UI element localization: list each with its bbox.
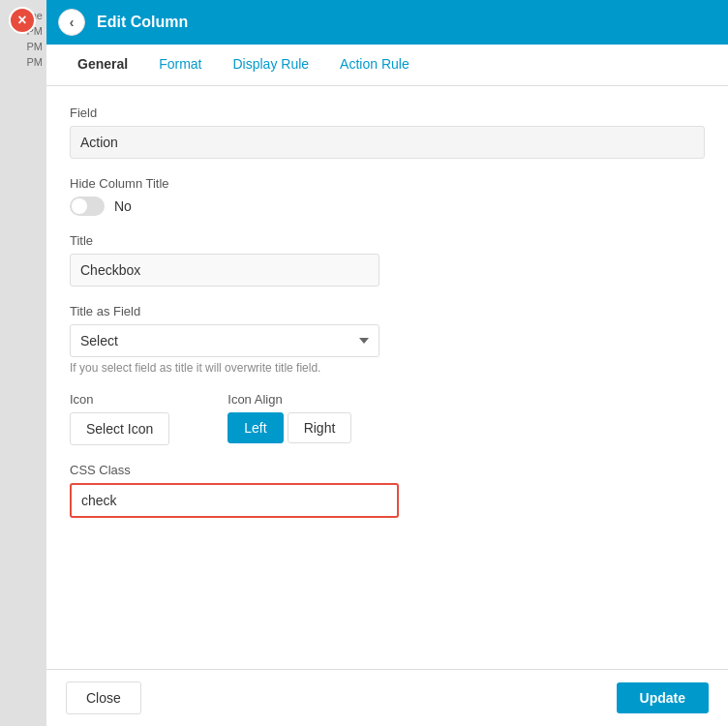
title-input[interactable]: Checkbox	[70, 254, 379, 287]
tab-action-rule[interactable]: Action Rule	[324, 45, 425, 85]
hide-column-title-toggle[interactable]	[70, 197, 105, 216]
icon-align-group: Icon Align Left Right	[228, 392, 351, 443]
back-icon: ‹	[70, 15, 75, 30]
toggle-row: No	[70, 197, 705, 216]
title-as-field-label: Title as Field	[70, 304, 705, 318]
form-content: Field Action Hide Column Title No Title …	[46, 86, 728, 669]
sidebar-row-4: PM	[0, 56, 46, 68]
update-button[interactable]: Update	[617, 682, 709, 713]
tabs-bar: General Format Display Rule Action Rule	[46, 45, 728, 86]
icon-label: Icon	[70, 392, 169, 407]
tab-display-rule[interactable]: Display Rule	[217, 45, 324, 85]
icon-align-label: Icon Align	[228, 392, 351, 407]
sidebar-row-3: PM	[0, 41, 46, 52]
close-button[interactable]: Close	[66, 681, 141, 714]
field-group: Field Action	[70, 106, 705, 159]
css-class-label: CSS Class	[70, 463, 705, 477]
hide-column-title-group: Hide Column Title No	[70, 176, 705, 216]
panel-title: Edit Column	[97, 14, 188, 31]
select-icon-button[interactable]: Select Icon	[70, 412, 169, 445]
css-class-group: CSS Class check	[70, 463, 705, 518]
close-x-icon: ×	[17, 12, 26, 29]
icon-group: Icon Select Icon	[70, 392, 169, 445]
sidebar: ne PM PM PM	[0, 0, 46, 726]
tab-general[interactable]: General	[62, 45, 143, 85]
edit-column-panel: ‹ Edit Column General Format Display Rul…	[46, 0, 728, 726]
back-button[interactable]: ‹	[58, 9, 85, 36]
field-value: Action	[70, 126, 705, 159]
panel-header: ‹ Edit Column	[46, 0, 728, 45]
title-group: Title Checkbox	[70, 233, 705, 287]
panel-close-button[interactable]: ×	[9, 7, 36, 34]
align-right-button[interactable]: Right	[288, 412, 352, 443]
hide-column-title-label: Hide Column Title	[70, 176, 705, 191]
css-class-input[interactable]: check	[70, 483, 399, 518]
field-label: Field	[70, 106, 705, 120]
title-as-field-select[interactable]: Select Action Field1 Field2	[70, 324, 379, 357]
align-buttons: Left Right	[228, 412, 351, 443]
hide-column-title-value: No	[114, 198, 132, 214]
panel-footer: Close Update	[46, 669, 728, 726]
align-left-button[interactable]: Left	[228, 412, 283, 443]
title-label: Title	[70, 233, 705, 248]
title-as-field-hint: If you select field as title it will ove…	[70, 361, 705, 375]
tab-format[interactable]: Format	[143, 45, 217, 85]
title-as-field-group: Title as Field Select Action Field1 Fiel…	[70, 304, 705, 375]
icon-row: Icon Select Icon Icon Align Left Right	[70, 392, 705, 445]
